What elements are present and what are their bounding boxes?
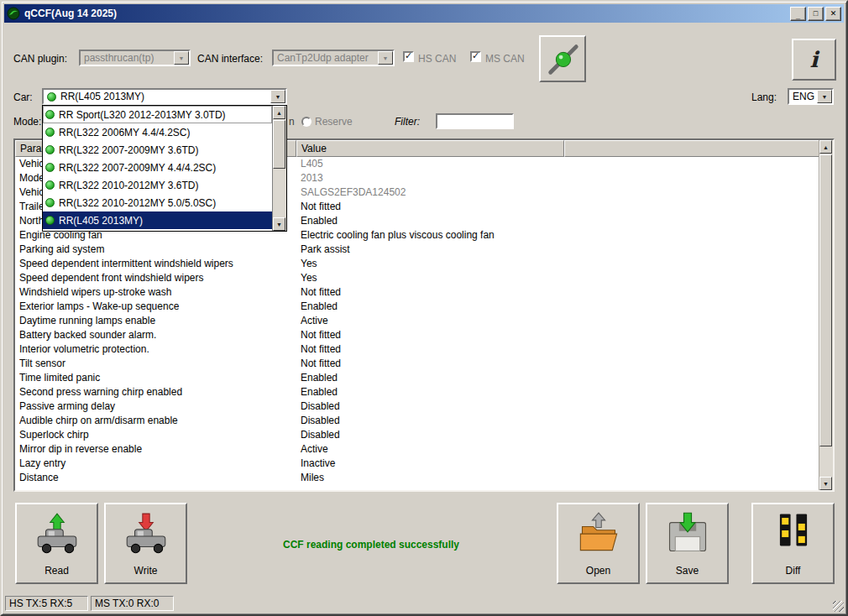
reserve-label: Reserve [315,116,353,128]
param-cell: Speed dependent front windshield wipers [15,271,296,285]
can-plugin-combobox[interactable]: passthrucan(tp) [79,50,191,66]
car-dropdown-item[interactable]: RR(L405 2013MY) [43,211,272,229]
scroll-down-icon[interactable] [273,217,285,231]
extra-cell [564,271,819,285]
chevron-down-icon[interactable] [378,51,393,65]
filter-input[interactable] [436,113,514,129]
car-dropdown-item-label: RR(L322 2006MY 4.4/4.2SC) [59,127,191,138]
titlebar[interactable]: qCCF(Aug 14 2025) _ □ ✕ [4,4,844,23]
param-cell: Lazy entry [15,457,296,471]
car-dropdown-item[interactable]: RR(L322 2007-2009MY 4.4/4.2SC) [43,159,272,176]
extra-cell [564,285,819,300]
table-row[interactable]: Exterior lamps - Wake-up sequenceEnabled [15,300,819,314]
hs-can-checkbox[interactable] [403,51,414,62]
chevron-down-icon[interactable] [817,90,832,103]
table-vertical-scrollbar[interactable] [819,140,833,490]
chevron-down-icon[interactable] [174,51,189,65]
table-row[interactable]: Mirror dip in reverse enableActive [15,442,819,457]
table-row[interactable]: Speed dependent intermittent windshield … [15,257,819,271]
extra-cell [564,257,819,271]
dropdown-scrollbar[interactable] [272,106,286,231]
maximize-button[interactable]: □ [808,7,824,21]
param-cell: Passive arming delay [15,399,296,414]
close-button[interactable]: ✕ [825,7,841,21]
value-cell: Not fitted [296,342,564,357]
car-dropdown-list: RR Sport(L320 2012-2013MY 3.0TD)RR(L322 … [43,106,272,231]
app-window: qCCF(Aug 14 2025) _ □ ✕ CAN plugin: pass… [0,0,848,616]
car-dropdown-item[interactable]: RR(L322 2007-2009MY 3.6TD) [43,141,272,159]
save-button[interactable]: Save [646,503,729,584]
write-button-label: Write [134,565,158,577]
param-cell: Daytime running lamps enable [15,314,296,328]
table-row[interactable]: Second press warning chirp enabledEnable… [15,385,819,399]
can-interface-value: CanTp2Udp adapter [277,52,369,64]
extra-cell [564,385,819,399]
lang-combobox[interactable]: ENG [788,88,834,105]
car-combobox[interactable]: RR(L405 2013MY) [42,88,287,105]
save-disk-icon [666,511,709,555]
car-status-dot-icon [45,110,55,119]
value-cell: Disabled [296,399,564,414]
car-dropdown-item[interactable]: RR(L322 2010-2012MY 3.6TD) [43,176,272,194]
read-button[interactable]: Read [15,503,98,584]
connector-plug-icon [544,40,581,77]
table-row[interactable]: Lazy entryInactive [15,457,819,471]
value-cell: Not fitted [296,357,564,371]
statusbar: HS TX:5 RX:5 MS TX:0 RX:0 [4,595,844,612]
info-icon: i [810,47,819,72]
scrollbar-thumb[interactable] [819,154,832,446]
car-status-dot-icon [45,163,55,172]
ms-can-checkbox[interactable] [470,51,481,62]
write-button[interactable]: Write [104,503,187,584]
table-row[interactable]: Passive arming delayDisabled [15,399,819,414]
ms-can-label: MS CAN [485,53,525,65]
read-car-up-arrow-icon [33,511,81,560]
minimize-button[interactable]: _ [790,7,806,21]
chevron-down-icon[interactable] [270,90,285,103]
car-dropdown-item[interactable]: RR(L322 2010-2012MY 5.0/5.0SC) [43,194,272,211]
car-status-dot-icon [45,216,55,225]
table-row[interactable]: Interior volumetric protection.Not fitte… [15,342,819,357]
resize-grip[interactable] [833,601,844,612]
car-dropdown-item[interactable]: RR Sport(L320 2012-2013MY 3.0TD) [43,106,272,123]
table-row[interactable]: Superlock chirpDisabled [15,428,819,442]
extra-cell [564,357,819,371]
param-cell: Parking aid system [15,243,296,257]
car-status-dot-icon [45,180,55,190]
extra-cell [564,428,819,442]
table-row[interactable]: Daytime running lamps enableActive [15,314,819,328]
connect-button[interactable] [539,35,586,82]
table-row[interactable]: Windshield wipers up-stroke washNot fitt… [15,285,819,300]
table-row[interactable]: DistanceMiles [15,471,819,485]
extra-cell [564,371,819,385]
table-row[interactable]: Battery backed sounder alarm.Not fitted [15,328,819,342]
minimize-icon: _ [796,13,800,20]
column-header-extra[interactable] [564,140,819,157]
table-row[interactable]: Speed dependent front windshield wipersY… [15,271,819,285]
open-folder-icon [577,511,620,555]
write-car-down-arrow-icon [122,511,170,560]
hs-can-label: HS CAN [418,53,456,65]
extra-cell [564,328,819,342]
scrollbar-thumb[interactable] [273,120,285,169]
value-cell: Yes [296,257,564,271]
car-dropdown-item[interactable]: RR(L322 2006MY 4.4/4.2SC) [43,123,272,141]
diff-button[interactable]: Diff [751,503,835,584]
param-cell: Distance [15,471,296,485]
scroll-up-icon[interactable] [819,140,832,154]
can-interface-combobox[interactable]: CanTp2Udp adapter [272,50,395,66]
param-cell: Audible chirp on arm/disarm enable [15,414,296,428]
extra-cell [564,414,819,428]
table-row[interactable]: Parking aid systemPark assist [15,243,819,257]
scroll-up-icon[interactable] [273,106,285,119]
value-cell: Disabled [296,428,564,442]
open-button[interactable]: Open [557,503,640,584]
reserve-radio[interactable] [301,117,311,127]
table-row[interactable]: Audible chirp on arm/disarm enableDisabl… [15,414,819,428]
table-row[interactable]: Time limited panicEnabled [15,371,819,385]
table-row[interactable]: Tilt sensorNot fitted [15,357,819,371]
scroll-down-icon[interactable] [819,477,832,490]
column-header-value[interactable]: Value [296,140,564,157]
info-button[interactable]: i [792,39,836,81]
extra-cell [564,471,819,485]
